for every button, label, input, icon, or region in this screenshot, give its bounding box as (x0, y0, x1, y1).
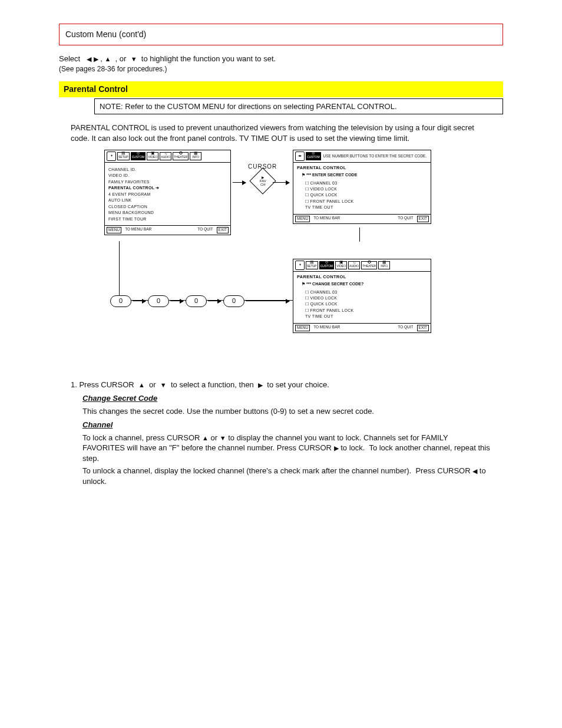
tab-theater: ✪THEATER (173, 152, 189, 160)
cursor-up-icon (104, 56, 111, 62)
arrow-icon (133, 301, 146, 301)
flow-diagram: ✦ ▤SETUP ☺CUSTOM ▣VIDEO ♫AUDIO ✪THEATER … (104, 150, 458, 374)
step-1: 1. Press CURSOR or to select a function,… (71, 380, 491, 487)
cursor-badge: CURSOR ▶ FAV CH (248, 163, 277, 191)
lead-line: Select , , or to highlight the function … (59, 54, 503, 74)
cursor-left-icon (87, 56, 91, 62)
section-header-text: Custom Menu (cont'd) (65, 29, 146, 39)
digit-pill: 0 (186, 295, 207, 307)
digit-pill: 0 (110, 295, 131, 307)
tab-video: ▣VIDEO (335, 261, 347, 269)
arrow-icon (233, 182, 246, 183)
digit-pill: 0 (223, 295, 244, 307)
arrow-icon (246, 301, 289, 301)
channel-lock-text: To lock a channel, press CURSOR or to di… (82, 433, 491, 464)
osd-custom-menu: ✦ ▤SETUP ☺CUSTOM ▣VIDEO ♫AUDIO ✪THEATER … (104, 150, 231, 236)
digit-pill: 0 (148, 295, 169, 307)
cursor-down-icon (131, 56, 137, 62)
tab-custom: ☺CUSTOM (306, 152, 321, 160)
arrow-icon (208, 301, 221, 301)
cursor-right-icon (258, 382, 263, 388)
note-box: NOTE: Refer to the CUSTOM MENU for direc… (94, 98, 503, 115)
intro-paragraph: PARENTAL CONTROL is used to prevent unau… (71, 123, 491, 143)
section-header-box: Custom Menu (cont'd) (59, 24, 503, 45)
tab-setup: ▤SETUP (117, 152, 130, 160)
cursor-left-icon (472, 468, 477, 475)
instruction-list: 1. Press CURSOR or to select a function,… (71, 380, 491, 487)
nav-pad-icon: ✦ (295, 261, 305, 270)
menu-item-parental-control: PARENTAL CONTROL ➔ (108, 185, 227, 191)
tab-video: ▣VIDEO (147, 152, 158, 160)
tab-custom: ☺CUSTOM (131, 152, 146, 160)
tab-audio: ♫AUDIO (348, 261, 360, 269)
key-icon: *** CHANGE SECRET CODE? (302, 281, 427, 286)
cursor-right-icon (334, 445, 339, 452)
custom-menu-list: CHANNEL ID. VIDEO ID. FAMILY FAVORITES P… (108, 167, 227, 222)
subheading-channel: Channel (82, 420, 113, 429)
cursor-right-icon (94, 56, 98, 62)
cursor-down-icon (220, 435, 226, 442)
arrow-icon (273, 182, 289, 183)
key-icon: *** ENTER SECRET CODE (302, 172, 427, 177)
nav-pad-icon: ✦ (107, 151, 116, 161)
tab-setup: ▤SETUP (306, 261, 318, 269)
nav-pad-icon: ◂▸ (295, 151, 305, 161)
cursor-down-icon (160, 382, 167, 388)
topic-heading: Parental Control (59, 81, 503, 97)
tab-custom: ☺CUSTOM (319, 261, 335, 269)
cursor-up-icon (138, 382, 145, 388)
tab-info: ▦INFO (378, 261, 390, 269)
subheading-change-code: Change Secret Code (82, 394, 157, 403)
osd-enter-code: ◂▸ ☺CUSTOM USE NUMBER BUTTONS TO ENTER T… (293, 150, 431, 225)
change-code-text: This changes the secret code. Use the nu… (82, 406, 491, 417)
channel-unlock-text: To unlock a channel, display the locked … (82, 466, 491, 486)
arrow-icon (170, 301, 183, 301)
tab-theater: ✪THEATER (361, 261, 377, 269)
tab-info: ▦INFO (190, 152, 201, 160)
cursor-up-icon (202, 435, 209, 442)
osd-change-code: ✦ ▤SETUP ☺CUSTOM ▣VIDEO ♫AUDIO ✪THEATER … (293, 259, 431, 334)
tab-audio: ♫AUDIO (160, 152, 171, 160)
